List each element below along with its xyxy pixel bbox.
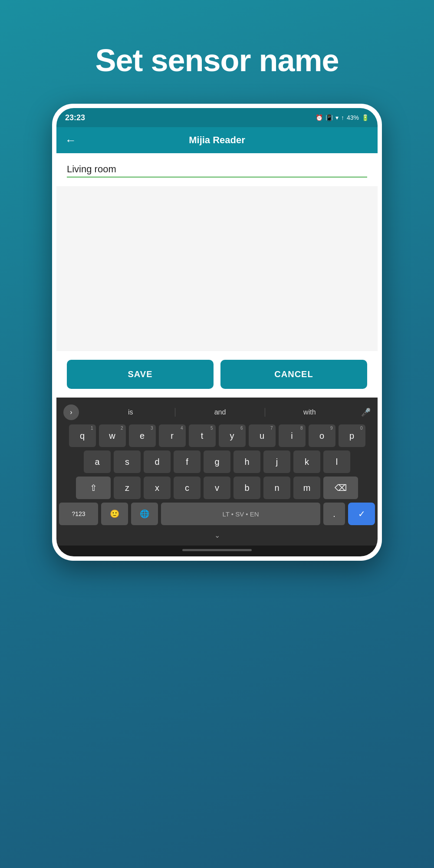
key-o[interactable]: 9o	[309, 424, 335, 447]
key-t[interactable]: 5t	[189, 424, 216, 447]
key-g[interactable]: g	[204, 450, 230, 473]
key-s[interactable]: s	[114, 450, 141, 473]
phone-mockup: 23:23 ⏰ 📳 ▾ ↑ 43% 🔋 ← Mijia Reader SAVE	[52, 104, 382, 561]
keyboard-row-1: 1q 2w 3e 4r 5t 6y 7u 8i 9o 0p	[59, 424, 375, 447]
emoji-key[interactable]: 🙂	[101, 503, 128, 525]
key-c[interactable]: c	[174, 477, 201, 499]
suggestion-1[interactable]: is	[86, 407, 175, 418]
sensor-name-input[interactable]	[67, 164, 367, 175]
checkmark-icon: ✓	[358, 509, 365, 519]
keyboard-bottom-indicator: ⌄	[59, 529, 375, 546]
save-button[interactable]: SAVE	[67, 360, 214, 389]
key-x[interactable]: x	[144, 477, 171, 499]
key-z[interactable]: z	[114, 477, 141, 499]
key-r[interactable]: 4r	[159, 424, 186, 447]
alarm-icon: ⏰	[316, 114, 323, 121]
key-n[interactable]: n	[263, 477, 290, 499]
app-bar: ← Mijia Reader	[56, 127, 378, 153]
signal-icon: ↑	[341, 114, 344, 121]
app-bar-title: Mijia Reader	[85, 135, 349, 146]
key-b[interactable]: b	[233, 477, 260, 499]
globe-key[interactable]: 🌐	[131, 503, 158, 525]
key-d[interactable]: d	[144, 450, 171, 473]
action-buttons: SAVE CANCEL	[56, 351, 378, 398]
status-bar: 23:23 ⏰ 📳 ▾ ↑ 43% 🔋	[56, 108, 378, 127]
mic-icon[interactable]: 🎤	[361, 408, 371, 417]
key-y[interactable]: 6y	[219, 424, 246, 447]
key-h[interactable]: h	[233, 450, 260, 473]
key-l[interactable]: l	[323, 450, 350, 473]
language-key[interactable]: LT • SV • EN	[161, 503, 320, 525]
status-icons: ⏰ 📳 ▾ ↑ 43% 🔋	[316, 114, 369, 121]
key-e[interactable]: 3e	[129, 424, 156, 447]
key-m[interactable]: m	[293, 477, 320, 499]
key-j[interactable]: j	[263, 450, 290, 473]
key-a[interactable]: a	[84, 450, 111, 473]
home-indicator	[56, 546, 378, 556]
battery-percent: 43%	[347, 114, 359, 121]
numbers-key[interactable]: ?123	[59, 503, 98, 525]
content-area	[56, 153, 378, 186]
wifi-icon: ▾	[335, 114, 339, 121]
cancel-button[interactable]: CANCEL	[220, 360, 367, 389]
chevron-down-icon: ⌄	[214, 532, 220, 539]
status-time: 23:23	[65, 113, 85, 122]
battery-icon: 🔋	[362, 114, 369, 121]
keyboard-row-2: a s d f g h j k l	[59, 450, 375, 473]
key-v[interactable]: v	[204, 477, 230, 499]
suggestion-2[interactable]: and	[175, 407, 264, 418]
keyboard-expand-button[interactable]: ›	[63, 404, 79, 420]
page-title: Set sensor name	[95, 43, 339, 78]
home-bar	[182, 549, 252, 551]
key-u[interactable]: 7u	[249, 424, 276, 447]
shift-key[interactable]: ⇧	[76, 477, 111, 499]
content-spacer	[56, 186, 378, 351]
key-i[interactable]: 8i	[279, 424, 306, 447]
key-w[interactable]: 2w	[99, 424, 126, 447]
key-f[interactable]: f	[174, 450, 201, 473]
keyboard-row-4: ?123 🙂 🌐 LT • SV • EN . ✓	[59, 503, 375, 525]
key-q[interactable]: 1q	[69, 424, 96, 447]
key-k[interactable]: k	[293, 450, 320, 473]
back-button[interactable]: ←	[65, 134, 76, 147]
backspace-key[interactable]: ⌫	[323, 477, 358, 499]
keyboard-row-3: ⇧ z x c v b n m ⌫	[59, 477, 375, 499]
keyboard-suggestions: › is and with 🎤	[59, 402, 375, 424]
enter-key[interactable]: ✓	[348, 503, 375, 525]
suggestion-3[interactable]: with	[265, 407, 354, 418]
key-p[interactable]: 0p	[339, 424, 365, 447]
text-input-container	[67, 164, 367, 178]
keyboard: › is and with 🎤 1q 2w 3e 4r 5t 6y 7u 8i …	[56, 398, 378, 546]
vibrate-icon: 📳	[326, 114, 333, 121]
period-key[interactable]: .	[323, 503, 345, 525]
